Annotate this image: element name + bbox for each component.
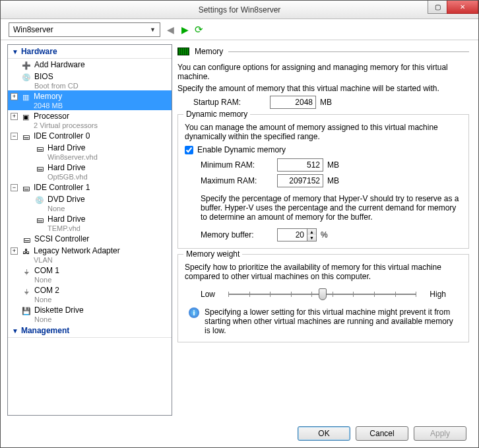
info-icon: i xyxy=(189,307,199,318)
settings-tree: ▼Hardware ➕ Add Hardware 💿 BIOSBoot from… xyxy=(7,44,172,416)
vm-selector-text: Win8server xyxy=(13,25,53,34)
unit-pct: % xyxy=(321,230,328,240)
unit-mb: MB xyxy=(327,160,339,170)
startup-ram-row: Startup RAM: MB xyxy=(193,96,469,109)
dvd-icon: 💿 xyxy=(34,195,45,205)
memory-icon xyxy=(177,48,189,55)
bios-icon: 💿 xyxy=(21,72,32,82)
max-ram-label: Maximum RAM: xyxy=(201,176,273,185)
tree-hd3[interactable]: 🖴 Hard DriveTEMP.vhd xyxy=(8,213,172,233)
dynamic-memory-group: Dynamic memory You can manage the amount… xyxy=(177,114,469,249)
tree-hd2[interactable]: 🖴 Hard DriveOpt5GB.vhd xyxy=(8,162,172,181)
enable-dynamic-label: Enable Dynamic memory xyxy=(197,145,286,154)
tree-add-hardware[interactable]: ➕ Add Hardware xyxy=(8,59,172,71)
expand-icon[interactable]: − xyxy=(11,184,18,191)
expand-icon[interactable]: + xyxy=(11,113,18,120)
controller-icon: 🖴 xyxy=(20,131,31,142)
max-ram-row: Maximum RAM: MB xyxy=(201,174,462,187)
tree-com1[interactable]: ⏚ COM 1None xyxy=(8,265,172,284)
buffer-spinner[interactable]: ▲▼ xyxy=(277,228,317,241)
tree-ide0[interactable]: − 🖴 IDE Controller 0 xyxy=(8,130,172,142)
max-ram-input[interactable] xyxy=(277,174,323,187)
startup-ram-label: Startup RAM: xyxy=(193,98,266,107)
buffer-label: Memory buffer: xyxy=(201,230,273,240)
min-ram-label: Minimum RAM: xyxy=(201,160,273,170)
info-text: Specifying a lower setting for this virt… xyxy=(205,307,458,335)
window-title: Settings for Win8server xyxy=(1,5,478,15)
weight-desc: Specify how to prioritize the availabili… xyxy=(185,263,462,281)
refresh-icon[interactable]: ⟳ xyxy=(195,24,203,36)
tree-processor[interactable]: + ▣ Processor2 Virtual processors xyxy=(8,110,172,130)
main-area: ▼Hardware ➕ Add Hardware 💿 BIOSBoot from… xyxy=(1,40,478,420)
tree-memory[interactable]: + ▥ Memory2048 MB xyxy=(8,90,172,110)
nav-forward-icon[interactable]: ▶ xyxy=(180,24,189,35)
dynamic-desc: You can manage the amount of memory assi… xyxy=(185,123,462,141)
specify-text: Specify the amount of memory that this v… xyxy=(177,84,469,93)
info-row: i Specifying a lower setting for this vi… xyxy=(189,307,458,335)
harddrive-icon: 🖴 xyxy=(34,214,45,225)
unit-mb: MB xyxy=(327,176,339,185)
tree-hd1[interactable]: 🖴 Hard DriveWin8server.vhd xyxy=(8,142,172,162)
startup-ram-input[interactable] xyxy=(270,96,316,109)
spinner-down-icon[interactable]: ▼ xyxy=(307,235,316,241)
tree-scsi[interactable]: 🖴 SCSI Controller xyxy=(8,233,172,245)
nav-back-icon[interactable]: ◀ xyxy=(166,24,175,35)
spinner-up-icon[interactable]: ▲ xyxy=(307,229,316,235)
buffer-input[interactable] xyxy=(278,229,307,241)
memory-icon: ▥ xyxy=(20,92,31,102)
buffer-desc: Specify the percentage of memory that Hy… xyxy=(201,194,462,222)
collapse-icon: ▼ xyxy=(12,327,18,335)
intro-text: You can configure options for assigning … xyxy=(177,63,469,81)
close-button[interactable]: ✕ xyxy=(447,1,478,14)
tree-diskette[interactable]: 💾 Diskette DriveNone xyxy=(8,304,172,324)
expand-icon[interactable]: + xyxy=(11,247,18,255)
titlebar: Settings for Win8server ▢ ✕ xyxy=(1,1,478,19)
settings-panel: Memory You can configure options for ass… xyxy=(172,40,478,420)
window-controls: ▢ ✕ xyxy=(428,1,478,14)
panel-header: Memory xyxy=(177,47,469,56)
chevron-down-icon: ▼ xyxy=(150,26,156,33)
tree-ide1[interactable]: − 🖴 IDE Controller 1 xyxy=(8,181,172,193)
dialog-buttons: OK Cancel Apply xyxy=(1,420,478,447)
network-icon: 🖧 xyxy=(20,246,31,257)
panel-title: Memory xyxy=(195,47,223,56)
slider-low-label: Low xyxy=(201,290,215,299)
min-ram-input[interactable] xyxy=(277,158,323,172)
slider-thumb[interactable] xyxy=(319,288,327,300)
cancel-button[interactable]: Cancel xyxy=(356,426,408,441)
serial-icon: ⏚ xyxy=(21,286,32,296)
apply-button[interactable]: Apply xyxy=(414,426,466,441)
vm-selector[interactable]: Win8server ▼ xyxy=(9,22,160,37)
processor-icon: ▣ xyxy=(20,112,31,122)
controller-icon: 🖴 xyxy=(20,183,31,193)
tree-com2[interactable]: ⏚ COM 2None xyxy=(8,284,172,304)
expand-icon[interactable]: − xyxy=(11,133,18,140)
unit-mb: MB xyxy=(320,98,332,107)
scsi-icon: 🖴 xyxy=(21,234,32,245)
diskette-icon: 💾 xyxy=(21,305,32,316)
harddrive-icon: 🖴 xyxy=(34,163,45,174)
min-ram-row: Minimum RAM: MB xyxy=(201,158,462,172)
maximize-button[interactable]: ▢ xyxy=(428,1,447,14)
weight-slider[interactable] xyxy=(228,288,416,301)
tree-network[interactable]: + 🖧 Legacy Network AdapterVLAN xyxy=(8,245,172,265)
harddrive-icon: 🖴 xyxy=(34,143,45,154)
tree-dvd[interactable]: 💿 DVD DriveNone xyxy=(8,193,172,213)
tree-bios[interactable]: 💿 BIOSBoot from CD xyxy=(8,71,172,90)
weight-legend: Memory weight xyxy=(183,249,242,259)
divider xyxy=(228,51,469,52)
buffer-row: Memory buffer: ▲▼ % xyxy=(201,228,462,241)
expand-icon[interactable]: + xyxy=(11,93,18,100)
hardware-section[interactable]: ▼Hardware xyxy=(8,45,172,59)
toolbar: Win8server ▼ ◀ ▶ ⟳ xyxy=(1,19,478,40)
management-section[interactable]: ▼Management xyxy=(8,324,172,338)
add-hardware-icon: ➕ xyxy=(21,60,32,71)
slider-high-label: High xyxy=(430,290,446,299)
enable-dynamic-checkbox[interactable] xyxy=(185,146,193,154)
serial-icon: ⏚ xyxy=(21,266,32,276)
ok-button[interactable]: OK xyxy=(298,426,350,441)
weight-slider-row: Low High xyxy=(201,288,446,301)
dynamic-memory-legend: Dynamic memory xyxy=(183,110,250,119)
memory-weight-group: Memory weight Specify how to prioritize … xyxy=(177,254,469,342)
collapse-icon: ▼ xyxy=(12,48,18,55)
